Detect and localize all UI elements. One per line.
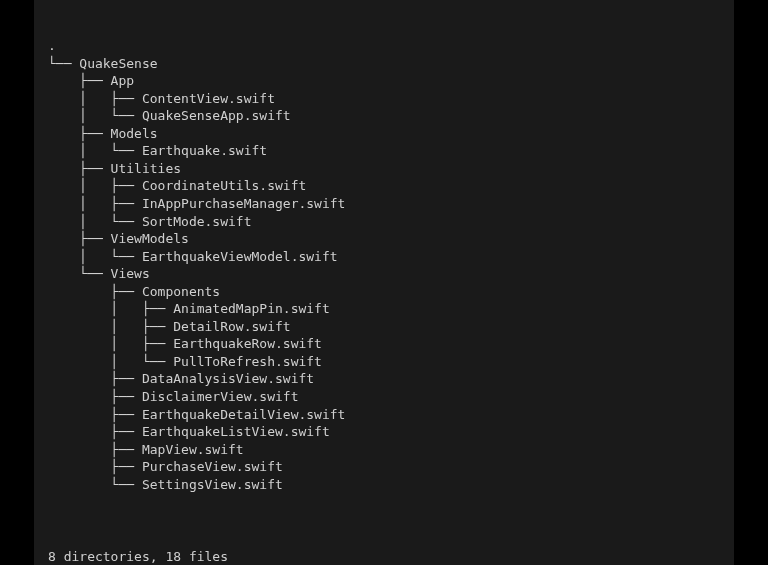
tree-line: │ └── Earthquake.swift xyxy=(48,142,720,160)
tree-line: ├── EarthquakeDetailView.swift xyxy=(48,406,720,424)
tree-output: .└── QuakeSense ├── App │ ├── ContentVie… xyxy=(48,37,720,493)
tree-line: ├── EarthquakeListView.swift xyxy=(48,423,720,441)
tree-line: │ ├── InAppPurchaseManager.swift xyxy=(48,195,720,213)
tree-line: ├── MapView.swift xyxy=(48,441,720,459)
tree-line: ├── ViewModels xyxy=(48,230,720,248)
tree-line: │ └── EarthquakeViewModel.swift xyxy=(48,248,720,266)
terminal-window: ~/G/QuakeSense ⌃⌘1 huhuhang@m4 ~/G/Quake… xyxy=(34,0,734,565)
tree-line: └── Views xyxy=(48,265,720,283)
tree-line: │ └── QuakeSenseApp.swift xyxy=(48,107,720,125)
tree-line: │ ├── EarthquakeRow.swift xyxy=(48,335,720,353)
tree-line: ├── Models xyxy=(48,125,720,143)
tree-line: ├── PurchaseView.swift xyxy=(48,458,720,476)
tree-line: . xyxy=(48,37,720,55)
tree-line: ├── Components xyxy=(48,283,720,301)
terminal-body[interactable]: huhuhang@m4 ~/G/QuakeSense (master)> tre… xyxy=(34,0,734,565)
tree-line: ├── DisclaimerView.swift xyxy=(48,388,720,406)
tree-line: │ ├── ContentView.swift xyxy=(48,90,720,108)
tree-line: │ ├── DetailRow.swift xyxy=(48,318,720,336)
tree-line: │ ├── AnimatedMapPin.swift xyxy=(48,300,720,318)
tree-line: ├── App xyxy=(48,72,720,90)
tree-line: │ └── SortMode.swift xyxy=(48,213,720,231)
tree-line: └── SettingsView.swift xyxy=(48,476,720,494)
tree-line: └── QuakeSense xyxy=(48,55,720,73)
tree-line: ├── DataAnalysisView.swift xyxy=(48,370,720,388)
tree-summary: 8 directories, 18 files xyxy=(48,548,720,565)
tree-line: ├── Utilities xyxy=(48,160,720,178)
tree-line: │ └── PullToRefresh.swift xyxy=(48,353,720,371)
tree-line: │ ├── CoordinateUtils.swift xyxy=(48,177,720,195)
